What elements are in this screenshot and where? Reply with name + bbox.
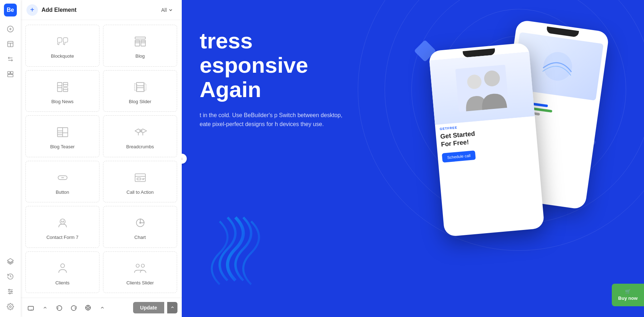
svg-rect-9 bbox=[11, 72, 13, 74]
phone-image bbox=[429, 52, 535, 125]
phone-screen-content: GETFREE Get Started For Free! Schedule c… bbox=[435, 116, 538, 166]
blog-icon bbox=[134, 35, 147, 50]
element-blog-teaser[interactable]: Blog Teaser bbox=[25, 115, 99, 157]
element-blockquote[interactable]: Blockquote bbox=[25, 25, 99, 67]
device-toggle-btn[interactable] bbox=[25, 302, 36, 313]
structure-icon[interactable] bbox=[4, 67, 17, 81]
panel-header: + Add Element All bbox=[21, 0, 182, 20]
elements-grid: Blockquote Blog bbox=[21, 20, 182, 298]
svg-rect-19 bbox=[135, 37, 145, 39]
device-expand-btn[interactable] bbox=[39, 302, 51, 313]
element-blog-news[interactable]: Blog News bbox=[25, 70, 99, 112]
element-contact-form-7[interactable]: Contact Form 7 bbox=[25, 206, 99, 248]
target-btn[interactable] bbox=[82, 302, 94, 313]
panel-toolbar: Update bbox=[21, 298, 182, 317]
redo-btn[interactable] bbox=[68, 302, 79, 313]
element-call-to-action[interactable]: Call to Action bbox=[103, 161, 177, 203]
blog-label: Blog bbox=[135, 53, 145, 59]
buy-now-label: Buy now bbox=[618, 296, 638, 301]
left-sidebar: Be bbox=[0, 0, 21, 317]
buy-now-icon: 🛒 bbox=[625, 289, 631, 294]
svg-point-17 bbox=[9, 293, 10, 294]
hero-title: tress esponsive Again bbox=[200, 29, 343, 102]
svg-point-18 bbox=[10, 306, 11, 308]
undo-btn[interactable] bbox=[54, 302, 65, 313]
target-expand-btn[interactable] bbox=[97, 302, 108, 313]
contact-form-icon bbox=[56, 216, 69, 231]
app-logo: Be bbox=[4, 4, 17, 16]
svg-point-68 bbox=[87, 307, 89, 309]
chart-icon bbox=[134, 216, 147, 231]
canvas-area: ‹ tress esponsive Again t in the cold. U… bbox=[182, 0, 644, 317]
clients-icon bbox=[56, 262, 69, 277]
hero-content: tress esponsive Again t in the cold. Use… bbox=[200, 29, 343, 129]
element-clients-slider[interactable]: Clients Slider bbox=[103, 251, 177, 293]
sidebar-icons bbox=[0, 22, 21, 313]
filter-dropdown[interactable]: All bbox=[158, 6, 176, 14]
blockquote-label: Blockquote bbox=[51, 53, 74, 59]
svg-rect-33 bbox=[136, 82, 144, 91]
svg-rect-20 bbox=[135, 40, 140, 46]
element-blog-slider[interactable]: Blog Slider bbox=[103, 70, 177, 112]
element-button[interactable]: Button bbox=[25, 161, 99, 203]
layers-icon[interactable] bbox=[4, 255, 17, 268]
reorder-icon[interactable] bbox=[4, 52, 17, 66]
layout-icon[interactable] bbox=[4, 37, 17, 51]
svg-marker-44 bbox=[140, 129, 147, 133]
svg-point-61 bbox=[60, 264, 64, 268]
breadcrumbs-icon bbox=[134, 126, 147, 140]
button-element-icon bbox=[56, 171, 69, 186]
clients-slider-icon bbox=[134, 262, 147, 277]
svg-rect-21 bbox=[141, 40, 145, 46]
element-blog[interactable]: Blog bbox=[103, 25, 177, 67]
contact-form-7-label: Contact Form 7 bbox=[47, 235, 79, 240]
chart-label: Chart bbox=[135, 235, 146, 240]
clients-slider-label: Clients Slider bbox=[126, 280, 154, 285]
blog-teaser-label: Blog Teaser bbox=[50, 144, 74, 149]
element-chart[interactable]: Chart bbox=[103, 206, 177, 248]
update-button[interactable]: Update bbox=[133, 302, 164, 313]
svg-rect-49 bbox=[135, 174, 145, 182]
svg-point-63 bbox=[141, 264, 144, 267]
blog-news-icon bbox=[56, 81, 69, 95]
element-breadcrumbs[interactable]: Breadcrumbs bbox=[103, 115, 177, 157]
add-section-icon[interactable] bbox=[4, 22, 17, 36]
history-icon[interactable] bbox=[4, 270, 17, 283]
panel-title: Add Element bbox=[42, 7, 155, 13]
settings-icon[interactable] bbox=[4, 300, 17, 313]
svg-point-54 bbox=[60, 219, 65, 224]
add-element-btn[interactable]: + bbox=[26, 4, 38, 16]
hero-body: t in the cold. Use BeBuilder's p Switch … bbox=[200, 111, 343, 129]
svg-marker-43 bbox=[135, 129, 142, 133]
update-dropdown-btn[interactable] bbox=[167, 302, 177, 313]
svg-rect-65 bbox=[28, 306, 34, 310]
phones-container: Results Lorem Ipsum Dolor bbox=[365, 11, 615, 226]
elements-panel: + Add Element All Blockquote bbox=[21, 0, 182, 317]
svg-rect-8 bbox=[8, 72, 10, 74]
svg-rect-51 bbox=[137, 178, 141, 180]
chevron-down-icon bbox=[168, 8, 173, 13]
blog-teaser-icon bbox=[56, 126, 69, 140]
wave-decoration bbox=[196, 210, 275, 288]
blog-news-label: Blog News bbox=[51, 99, 73, 104]
phone-front: GETFREE Get Started For Free! Schedule c… bbox=[429, 43, 545, 237]
buy-now-button[interactable]: 🛒 Buy now bbox=[612, 284, 644, 306]
phone-cta-button[interactable]: Schedule call bbox=[442, 150, 476, 163]
call-to-action-icon bbox=[134, 171, 147, 186]
svg-point-62 bbox=[136, 264, 139, 267]
button-label: Button bbox=[56, 189, 69, 195]
blog-slider-label: Blog Slider bbox=[129, 99, 151, 104]
breadcrumbs-label: Breadcrumbs bbox=[126, 144, 154, 149]
blog-slider-icon bbox=[134, 81, 147, 95]
svg-rect-26 bbox=[57, 82, 62, 91]
call-to-action-label: Call to Action bbox=[127, 189, 154, 195]
element-clients[interactable]: Clients bbox=[25, 251, 99, 293]
adjustments-icon[interactable] bbox=[4, 285, 17, 298]
clients-label: Clients bbox=[55, 280, 70, 285]
svg-point-16 bbox=[11, 291, 12, 292]
svg-rect-10 bbox=[8, 75, 13, 77]
blockquote-icon bbox=[56, 35, 69, 50]
svg-point-15 bbox=[9, 289, 10, 290]
